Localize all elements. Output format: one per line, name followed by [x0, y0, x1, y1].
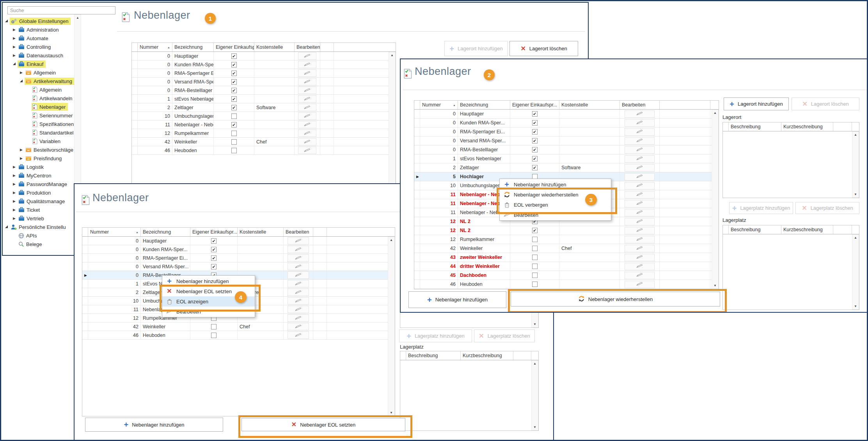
edit-button[interactable]	[625, 119, 655, 127]
table-row-heuboden[interactable]: 46Heuboden	[82, 331, 395, 340]
checkbox[interactable]: ✔	[532, 165, 538, 170]
column-header-beschreibung[interactable]: Beschreibung	[406, 351, 461, 360]
scroll-up-icon[interactable]: ▲	[75, 15, 81, 20]
edit-button[interactable]	[625, 191, 655, 198]
table-row-versand-rma-sper[interactable]: 0Versand RMA-Sper...✔	[82, 262, 395, 271]
column-header-kurzbeschreibung[interactable]: Kurzbeschreibung	[781, 122, 833, 131]
delete-lagerplatz-button[interactable]: ✕ Lagerplatz löschen	[474, 329, 535, 342]
column-header-beschreibung[interactable]: Beschreibung	[729, 122, 781, 131]
table-row-zeltlager[interactable]: 2Zeltlager✔Software	[414, 163, 719, 172]
table-scrollbar[interactable]: ▲▼	[852, 234, 859, 310]
column-header-nummer[interactable]: Nummer▲	[88, 228, 141, 236]
table-row-rma-bestelllager[interactable]: 0RMA-Bestelllager✔	[414, 145, 719, 154]
table-row-rma-sperrlager-ei[interactable]: 0RMA-Sperrlager Ei...✔	[132, 69, 396, 78]
add-lagerplatz-button[interactable]: + Lagerplatz hinzufügen	[729, 202, 793, 214]
table-row-rma-sperrlager-ei[interactable]: 0RMA-Sperrlager Ei...✔	[414, 128, 719, 136]
scroll-down-icon[interactable]: ▼	[388, 410, 394, 415]
menu-item-bearbeiten[interactable]: Bearbeiten	[162, 306, 255, 317]
column-header-nummer[interactable]: Nummer▲	[138, 43, 172, 51]
edit-button[interactable]	[298, 87, 316, 94]
table-row-rma-bestelllager[interactable]: 0RMA-Bestelllager✔	[132, 86, 396, 95]
edit-button[interactable]	[288, 314, 309, 322]
checkbox[interactable]	[532, 264, 538, 269]
table-row-kunden-rma-sper[interactable]: 0Kunden RMA-Sper...✔	[414, 119, 719, 128]
tree-item-mycentron[interactable]: ▶MyCentron	[5, 171, 74, 180]
expander-expanded-icon[interactable]	[5, 225, 8, 228]
expander-collapsed-icon[interactable]: ▶	[13, 53, 18, 57]
scroll-up-icon[interactable]: ▲	[532, 361, 538, 366]
edit-button[interactable]	[288, 263, 309, 270]
add-lagerort-button[interactable]: + Lagerort hinzufügen	[444, 41, 508, 56]
tree-item-qualitätsmanage[interactable]: ▶Qualitätsmanage	[5, 197, 74, 205]
column-header-eigener-einkaufspr[interactable]: Eigener Einkaufspr...	[510, 101, 559, 109]
tree-item-seriennummer[interactable]: Seriennummer	[5, 111, 74, 120]
expander-expanded-icon[interactable]	[13, 62, 16, 65]
table-row-weinkeller[interactable]: 42WeinkellerChef	[132, 138, 396, 146]
table-row-kunden-rma-sper[interactable]: 0Kunden RMA-Sper...✔	[82, 245, 395, 254]
edit-button[interactable]	[288, 280, 309, 287]
checkbox[interactable]: ✔	[211, 238, 217, 244]
checkbox[interactable]	[211, 324, 217, 329]
scroll-down-icon[interactable]: ▼	[712, 283, 718, 288]
menu-item-bearbeiten[interactable]: Bearbeiten	[500, 210, 611, 220]
checkbox[interactable]	[231, 131, 237, 136]
tree-item-artikelverwaltung[interactable]: Artikelverwaltung	[5, 77, 74, 85]
expander-collapsed-icon[interactable]: ▶	[20, 148, 25, 152]
checkbox[interactable]: ✔	[231, 62, 237, 67]
scroll-down-icon[interactable]: ▼	[532, 425, 538, 430]
checkbox[interactable]: ✔	[231, 71, 237, 76]
edit-button[interactable]	[625, 227, 655, 234]
add-nebenlager-button[interactable]: + Nebenlager hinzufügen	[408, 291, 506, 308]
tree-item-datenaustausch[interactable]: ▶Datenaustausch	[5, 51, 74, 60]
edit-button[interactable]	[625, 182, 655, 190]
edit-button[interactable]	[288, 323, 309, 330]
checkbox[interactable]	[532, 246, 538, 251]
expander-collapsed-icon[interactable]: ▶	[13, 165, 18, 169]
table-row-rma-sperrlager-ei[interactable]: 0RMA-Sperrlager Ei...✔	[82, 254, 395, 262]
edit-button[interactable]	[288, 271, 309, 279]
expander-expanded-icon[interactable]	[20, 80, 23, 82]
column-header-beschreibung[interactable]: Beschreibung	[729, 225, 781, 234]
set-eol-button[interactable]: ✕ Nebenlager EOL setzten	[241, 418, 405, 431]
edit-button[interactable]	[288, 254, 309, 262]
table-row-zweiter-weinkeller[interactable]: 43zweiter Weinkeller	[414, 253, 719, 262]
column-header-bezeichnung[interactable]: Bezeichnung	[172, 43, 214, 51]
tree-item-persönliche-einstellu[interactable]: Persönliche Einstellu	[5, 223, 74, 231]
tree-item-einkauf[interactable]: Einkauf	[5, 60, 74, 68]
edit-button[interactable]	[625, 254, 655, 261]
edit-button[interactable]	[298, 95, 316, 103]
edit-button[interactable]	[625, 164, 655, 172]
edit-button[interactable]	[625, 209, 655, 216]
table-scrollbar[interactable]: ▲▼	[388, 237, 395, 416]
checkbox[interactable]	[532, 282, 538, 287]
checkbox[interactable]: ✔	[532, 156, 538, 161]
expander-collapsed-icon[interactable]: ▶	[20, 156, 25, 160]
edit-button[interactable]	[288, 289, 309, 296]
menu-item-nebenlager-hinzufügen[interactable]: +Nebenlager hinzufügen	[162, 276, 255, 286]
menu-item-nebenlager-hinzufügen[interactable]: +Nebenlager hinzufügen	[500, 179, 611, 190]
checkbox[interactable]: ✔	[231, 79, 237, 85]
table-row-weinkeller[interactable]: 42WeinkellerChef	[414, 244, 719, 253]
edit-button[interactable]	[625, 146, 655, 154]
edit-button[interactable]	[298, 61, 316, 68]
column-header-bearbeiten[interactable]: Bearbeiten	[295, 43, 320, 51]
table-row-dritter-weinkeller[interactable]: 44dritter Weinkeller	[414, 262, 719, 271]
checkbox[interactable]: ✔	[532, 138, 538, 143]
tree-item-belege[interactable]: Belege	[5, 240, 74, 248]
checkbox[interactable]	[231, 113, 237, 119]
checkbox[interactable]	[231, 148, 237, 153]
column-header-eigener-einkaufspr[interactable]: Eigener Einkaufspr...	[214, 43, 254, 51]
edit-button[interactable]	[625, 245, 655, 252]
checkbox[interactable]: ✔	[211, 247, 217, 252]
edit-button[interactable]	[625, 236, 655, 243]
checkbox[interactable]: ✔	[532, 120, 538, 126]
tree-item-standardartikel[interactable]: Standardartikel	[5, 128, 74, 137]
table-row-weinkeller[interactable]: 42WeinkellerChef	[82, 322, 395, 331]
expander-collapsed-icon[interactable]: ▶	[13, 174, 18, 177]
tree-item-artikelwandeln[interactable]: Artikelwandeln	[5, 94, 74, 103]
edit-button[interactable]	[625, 263, 655, 270]
scroll-up-icon[interactable]: ▲	[852, 235, 859, 240]
edit-button[interactable]	[288, 246, 309, 253]
add-lagerort-button[interactable]: + Lagerort hinzufügen	[724, 97, 789, 110]
tree-item-vertrieb[interactable]: ▶Vertrieb	[5, 214, 74, 223]
